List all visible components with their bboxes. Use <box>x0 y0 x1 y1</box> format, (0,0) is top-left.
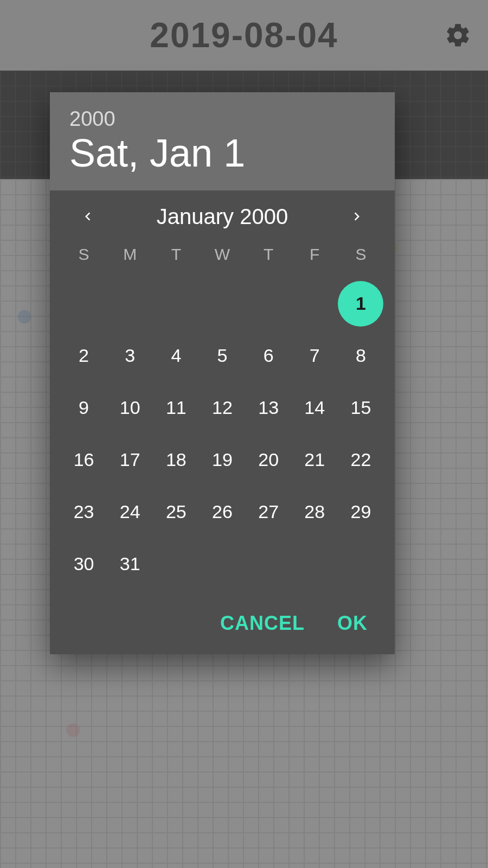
day-number: 17 <box>120 449 140 470</box>
dow-label: S <box>338 245 384 264</box>
day-number: 21 <box>304 449 325 470</box>
day-number: 7 <box>310 345 320 366</box>
dow-label: T <box>153 245 199 264</box>
month-navigation: January 2000 <box>61 200 384 240</box>
day-cell[interactable]: 8 <box>338 330 384 382</box>
day-cell[interactable]: 6 <box>246 330 292 382</box>
day-cell[interactable]: 31 <box>107 538 153 590</box>
day-cell[interactable]: 5 <box>199 330 245 382</box>
month-label: January 2000 <box>157 205 288 229</box>
day-cell[interactable]: 9 <box>61 382 107 434</box>
ok-button[interactable]: OK <box>337 612 368 635</box>
dow-label: T <box>246 245 292 264</box>
dow-label: W <box>199 245 245 264</box>
day-number: 28 <box>304 501 325 522</box>
day-number: 20 <box>258 449 279 470</box>
day-number: 13 <box>258 397 279 418</box>
day-number: 3 <box>125 345 135 366</box>
selected-date-display[interactable]: Sat, Jan 1 <box>69 133 375 174</box>
day-cell[interactable]: 12 <box>199 382 245 434</box>
day-number: 14 <box>304 397 325 418</box>
day-number: 1 <box>356 293 366 314</box>
day-cell[interactable]: 17 <box>107 434 153 486</box>
day-number: 19 <box>212 449 233 470</box>
day-cell[interactable]: 25 <box>153 486 199 538</box>
dow-label: S <box>61 245 107 264</box>
day-cell[interactable]: 16 <box>61 434 107 486</box>
chevron-right-icon[interactable] <box>346 206 368 227</box>
day-cell[interactable]: 20 <box>246 434 292 486</box>
day-number: 8 <box>356 345 366 366</box>
dow-label: F <box>292 245 338 264</box>
dow-label: M <box>107 245 153 264</box>
day-cell-empty <box>246 278 292 330</box>
day-number: 12 <box>212 397 233 418</box>
day-of-week-row: SMTWTFS <box>61 240 384 278</box>
dialog-body: January 2000 SMTWTFS 1234567891011121314… <box>50 190 395 596</box>
day-cell[interactable]: 11 <box>153 382 199 434</box>
day-number: 27 <box>258 501 279 522</box>
day-number: 15 <box>351 397 371 418</box>
day-cell[interactable]: 26 <box>199 486 245 538</box>
day-cell[interactable]: 24 <box>107 486 153 538</box>
day-cell[interactable]: 3 <box>107 330 153 382</box>
chevron-left-icon[interactable] <box>77 206 99 227</box>
cancel-button[interactable]: CANCEL <box>220 612 305 635</box>
year-button[interactable]: 2000 <box>69 107 375 131</box>
day-cell-empty <box>199 278 245 330</box>
day-cell[interactable]: 23 <box>61 486 107 538</box>
day-cell[interactable]: 19 <box>199 434 245 486</box>
day-number: 29 <box>351 501 371 522</box>
day-cell[interactable]: 15 <box>338 382 384 434</box>
day-cell[interactable]: 13 <box>246 382 292 434</box>
day-number: 5 <box>217 345 228 366</box>
day-cell[interactable]: 7 <box>292 330 338 382</box>
day-cell[interactable]: 18 <box>153 434 199 486</box>
day-cell-empty <box>292 278 338 330</box>
dialog-header: 2000 Sat, Jan 1 <box>50 92 395 190</box>
day-number: 11 <box>166 397 187 418</box>
day-cell-empty <box>107 278 153 330</box>
day-cell[interactable]: 22 <box>338 434 384 486</box>
day-number: 24 <box>120 501 140 522</box>
day-cell[interactable]: 14 <box>292 382 338 434</box>
day-number: 2 <box>79 345 89 366</box>
day-number: 31 <box>120 553 140 575</box>
day-number: 16 <box>74 449 94 470</box>
day-cell[interactable]: 28 <box>292 486 338 538</box>
day-number: 25 <box>166 501 187 522</box>
day-number: 9 <box>79 397 89 418</box>
day-number: 30 <box>74 553 94 575</box>
day-number: 10 <box>120 397 140 418</box>
day-number: 18 <box>166 449 187 470</box>
day-number: 4 <box>171 345 181 366</box>
day-cell[interactable]: 4 <box>153 330 199 382</box>
day-cell-empty <box>61 278 107 330</box>
day-cell[interactable]: 2 <box>61 330 107 382</box>
day-cell[interactable]: 10 <box>107 382 153 434</box>
day-cell[interactable]: 27 <box>246 486 292 538</box>
day-number: 26 <box>212 501 233 522</box>
day-number: 23 <box>74 501 94 522</box>
date-picker-dialog: 2000 Sat, Jan 1 January 2000 SMTWTFS 123… <box>50 92 395 654</box>
day-number: 22 <box>351 449 371 470</box>
day-cell[interactable]: 1 <box>338 278 384 330</box>
day-cell-empty <box>153 278 199 330</box>
day-number: 6 <box>264 345 274 366</box>
day-cell[interactable]: 30 <box>61 538 107 590</box>
dialog-actions: CANCEL OK <box>50 596 395 654</box>
day-cell[interactable]: 21 <box>292 434 338 486</box>
day-cell[interactable]: 29 <box>338 486 384 538</box>
calendar-grid: 1234567891011121314151617181920212223242… <box>61 278 384 590</box>
